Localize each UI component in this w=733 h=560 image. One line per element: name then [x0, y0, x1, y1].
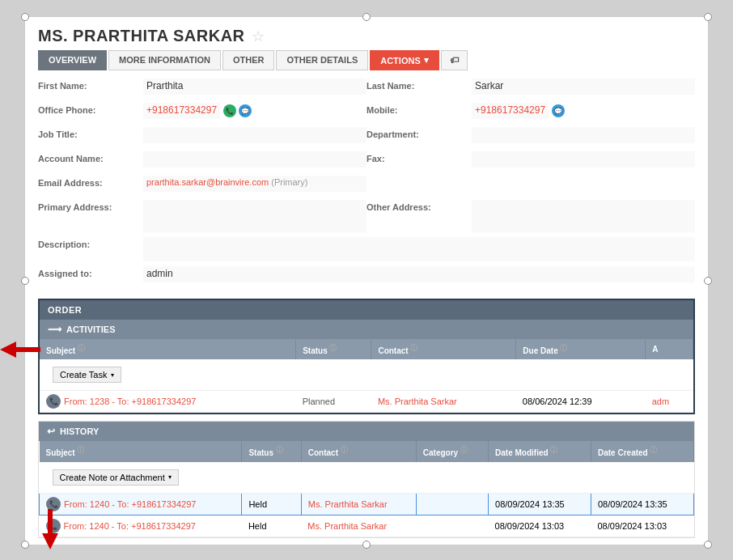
history-create-row: Create Note or Attachment ▾: [40, 462, 694, 494]
act-phone-icon-1: 📞: [46, 394, 61, 409]
col-subject-act: Subject ⓘ: [40, 339, 296, 359]
handle-bc[interactable]: [362, 541, 371, 549]
tab-overview[interactable]: OVERVIEW: [38, 50, 107, 70]
handle-ml[interactable]: [21, 277, 29, 285]
activities-data-row-1: 📞 From: 1238 - To: +918617334297 Planned…: [40, 391, 693, 413]
other-address-value: [472, 200, 695, 232]
hist-category-2: [416, 515, 488, 537]
history-row-1: 📞 From: 1240 - To: +918617334297 Held Ms…: [40, 493, 694, 515]
handle-tl[interactable]: [21, 13, 29, 21]
star-icon[interactable]: ☆: [252, 28, 265, 45]
assigned-label: Assigned to:: [38, 266, 143, 278]
history-create-cell: Create Note or Attachment ▾: [40, 462, 694, 494]
form-row-email: Email Address: prarthita.sarkar@brainvir…: [38, 176, 695, 195]
hist-category-info: ⓘ: [460, 446, 468, 454]
act-subject-1: 📞 From: 1238 - To: +918617334297: [40, 391, 296, 413]
hist-datemod-info: ⓘ: [550, 446, 557, 454]
activities-icon: ⟿: [48, 324, 61, 335]
hist-status-2: Held: [242, 515, 301, 537]
mobile-label: Mobile:: [366, 103, 472, 115]
history-table-container: Subject ⓘ Status ⓘ Contact ⓘ Category ⓘ …: [39, 441, 694, 537]
activities-label: ACTIVITIES: [66, 325, 116, 334]
svg-rect-1: [16, 347, 40, 352]
hist-subject-link-2[interactable]: From: 1240 - To: +918617334297: [64, 521, 196, 531]
activities-header: ⟿ ACTIVITIES: [40, 320, 693, 339]
tab-other[interactable]: OTHER: [222, 50, 275, 70]
act-subject-link-1[interactable]: From: 1238 - To: +918617334297: [64, 397, 196, 406]
department-value: [472, 127, 695, 143]
job-title-value: [143, 127, 366, 143]
main-container: MS. PRARTHITA SARKAR ☆ OVERVIEW MORE INF…: [24, 16, 709, 545]
phone-icons-office: 📞 💬: [223, 104, 252, 117]
activities-create-row: Create Task ▾: [40, 359, 693, 391]
order-header: ORDER: [40, 300, 693, 320]
office-phone-label: Office Phone:: [38, 103, 143, 115]
activities-table-container: Subject ⓘ Status ⓘ Contact ⓘ Due Date ⓘ …: [40, 339, 693, 413]
col-datemod-hist: Date Modified ⓘ: [489, 441, 591, 461]
email-label: Email Address:: [38, 176, 143, 188]
create-task-button[interactable]: Create Task ▾: [53, 367, 121, 383]
hist-contact-2: Ms. Prarthita Sarkar: [301, 515, 416, 537]
svg-rect-3: [48, 509, 53, 533]
handle-br[interactable]: [704, 541, 712, 549]
order-header-label: ORDER: [48, 305, 82, 315]
hist-subject-2: 📞 From: 1240 - To: +918617334297: [40, 515, 242, 537]
handle-tr[interactable]: [704, 13, 712, 21]
hist-subject-link-1[interactable]: From: 1240 - To: +918617334297: [64, 499, 196, 509]
hist-datemod-1: 08/09/2024 13:35: [489, 493, 591, 515]
account-name-label: Account Name:: [38, 151, 143, 163]
phone-icons-mobile: 💬: [552, 104, 565, 117]
mobile-value[interactable]: +918617334297: [472, 103, 549, 119]
act-contact-1: Ms. Prarthita Sarkar: [371, 391, 516, 413]
mobile-blue-icon[interactable]: 💬: [552, 104, 565, 117]
form-group-firstname: First Name: Prarthita: [38, 78, 366, 98]
assigned-value: admin: [143, 266, 695, 282]
act-subject-cell-1: 📞 From: 1238 - To: +918617334297: [46, 394, 290, 409]
form-section: First Name: Prarthita Last Name: Sarkar …: [25, 70, 708, 299]
history-section: ↩ HISTORY Subject ⓘ Status ⓘ Contact ⓘ C…: [38, 421, 695, 537]
tab-other-details[interactable]: Other Details: [276, 50, 368, 70]
create-task-arrow-icon: ▾: [111, 371, 114, 379]
handle-bl[interactable]: [21, 541, 29, 549]
hist-contact-link-1[interactable]: Ms. Prarthita Sarkar: [308, 499, 388, 509]
act-assigned-link-1[interactable]: adm: [652, 397, 669, 406]
tab-actions[interactable]: ACTIONS ▾: [370, 50, 439, 70]
page-title: MS. PRARTHITA SARKAR: [38, 27, 245, 45]
email-value[interactable]: prarthita.sarkar@brainvire.com (Primary): [143, 176, 366, 192]
office-phone-value[interactable]: +918617334297: [143, 103, 220, 119]
form-row-jobtitle: Job Title: Department:: [38, 127, 695, 146]
last-name-label: Last Name:: [366, 78, 472, 91]
history-label: HISTORY: [60, 426, 99, 436]
hist-datecreated-2: 08/09/2024 13:03: [591, 515, 694, 537]
hist-contact-link-2[interactable]: Ms. Prarthita Sarkar: [307, 521, 387, 531]
handle-tc[interactable]: [362, 13, 371, 21]
col-category-hist: Category ⓘ: [416, 441, 488, 461]
form-group-other-address: Other Address:: [366, 200, 695, 232]
act-contact-link-1[interactable]: Ms. Prarthita Sarkar: [378, 397, 457, 406]
status-info-icon: ⓘ: [329, 344, 337, 352]
form-row-address: Primary Address: Other Address:: [38, 200, 695, 232]
hist-status-info: ⓘ: [276, 446, 283, 454]
department-label: Department:: [366, 127, 472, 139]
order-section: ORDER ⟿ ACTIVITIES Subject ⓘ Status ⓘ Co…: [38, 299, 695, 414]
hist-datemod-2: 08/09/2024 13:03: [489, 515, 591, 537]
history-row-2: 📞 From: 1240 - To: +918617334297 Held Ms…: [40, 515, 694, 537]
activities-table: Subject ⓘ Status ⓘ Contact ⓘ Due Date ⓘ …: [40, 339, 693, 413]
description-value: [143, 237, 695, 261]
fax-value: [472, 151, 695, 168]
create-note-button[interactable]: Create Note or Attachment ▾: [53, 469, 179, 486]
tab-more-information[interactable]: MORE INFORMATION: [108, 50, 221, 70]
fax-label: Fax:: [366, 151, 472, 163]
description-label: Description:: [38, 237, 143, 249]
col-duedate-act: Due Date ⓘ: [516, 339, 646, 359]
phone-green-icon[interactable]: 📞: [223, 104, 236, 117]
create-task-label: Create Task: [60, 370, 108, 380]
handle-mr[interactable]: [704, 277, 712, 285]
phone-blue-icon[interactable]: 💬: [239, 104, 252, 117]
actions-arrow-icon: ▾: [424, 55, 429, 66]
hist-datecreated-info: ⓘ: [650, 446, 657, 454]
tab-tag[interactable]: 🏷: [441, 50, 468, 70]
other-address-label: Other Address:: [366, 200, 472, 212]
down-arrow: [40, 509, 60, 552]
form-group-office-phone: Office Phone: +918617334297 📞 💬: [38, 103, 366, 122]
